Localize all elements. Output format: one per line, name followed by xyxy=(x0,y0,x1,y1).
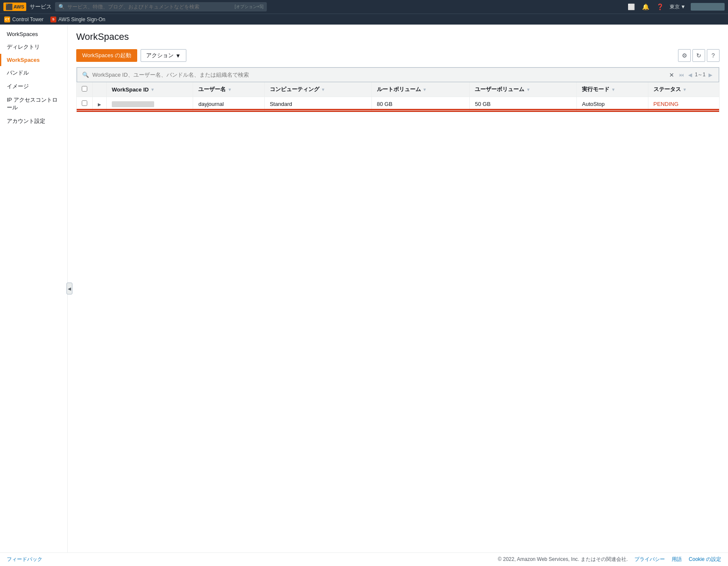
row-run-mode: AutoStop xyxy=(577,97,648,111)
sidebar-item-workspaces-top[interactable]: WorkSpaces xyxy=(0,28,67,40)
table-container: 🔍 ✕ ⏮ ◀ 1～1 ▶ xyxy=(76,67,720,112)
table-row[interactable]: ▶ dayjournal Standard 80 GB 50 GB AutoSt… xyxy=(77,97,719,111)
table-search-bar: 🔍 ✕ ⏮ ◀ 1～1 ▶ xyxy=(77,67,719,82)
account-menu[interactable] xyxy=(691,3,725,11)
nav-right-actions: ⬜ 🔔 ❓ 東京 ▼ xyxy=(626,2,725,11)
support-icon[interactable]: ❓ xyxy=(655,2,664,11)
row-expand-icon[interactable]: ▶ xyxy=(98,102,101,107)
main-content: WorkSpaces WorkSpaces の起動 アクション ▼ ⚙ ↻ ? xyxy=(68,25,728,552)
page-title: WorkSpaces xyxy=(76,31,720,42)
top-navigation: ⬛ AWS サービス 🔍 [オプション+S] ⬜ 🔔 ❓ 東京 ▼ xyxy=(0,0,728,14)
table-search-icon: 🔍 xyxy=(82,72,89,78)
pagination-prev-button[interactable]: ◀ xyxy=(687,72,693,78)
sso-label: AWS Single Sign-On xyxy=(58,17,105,22)
actions-button[interactable]: アクション ▼ xyxy=(141,49,186,62)
root-volume-sort-icon: ▼ xyxy=(423,87,427,92)
status-sort-icon: ▼ xyxy=(683,87,687,92)
row-root-volume: 80 GB xyxy=(371,97,470,111)
row-computing: Standard xyxy=(264,97,371,111)
col-computing[interactable]: コンピューティング ▼ xyxy=(264,82,371,97)
refresh-icon: ↻ xyxy=(696,52,701,59)
settings-button[interactable]: ⚙ xyxy=(678,49,691,62)
settings-icon: ⚙ xyxy=(682,52,687,59)
select-all-header[interactable] xyxy=(77,82,93,97)
actions-label: アクション xyxy=(146,52,174,59)
toolbar: WorkSpaces の起動 アクション ▼ ⚙ ↻ ? xyxy=(76,49,720,62)
pagination-range: 1～1 xyxy=(695,71,706,78)
username-sort-icon: ▼ xyxy=(227,87,232,92)
search-clear-button[interactable]: ✕ xyxy=(669,72,674,78)
region-label: 東京 xyxy=(670,3,680,11)
pagination-info: ⏮ ◀ 1～1 ▶ xyxy=(678,71,714,78)
row-checkbox-cell[interactable] xyxy=(77,97,93,111)
sidebar: ◀ WorkSpaces ディレクトリ WorkSpaces バンドル イメージ… xyxy=(0,25,68,552)
table-search-input[interactable] xyxy=(92,72,666,78)
services-menu[interactable]: サービス xyxy=(30,3,52,11)
col-root-volume[interactable]: ルートボリューム ▼ xyxy=(371,82,470,97)
pagination-first-button[interactable]: ⏮ xyxy=(678,72,685,78)
sidebar-item-image[interactable]: イメージ xyxy=(0,80,67,93)
workspace-id-sort-icon: ▼ xyxy=(150,87,155,92)
user-volume-sort-icon: ▼ xyxy=(526,87,530,92)
pagination-next-button[interactable]: ▶ xyxy=(707,72,714,78)
cloud-shell-icon[interactable]: ⬜ xyxy=(626,2,636,11)
row-user-volume: 50 GB xyxy=(470,97,577,111)
col-workspace-id[interactable]: WorkSpace ID ▼ xyxy=(107,82,193,97)
select-all-checkbox[interactable] xyxy=(82,86,87,92)
col-run-mode[interactable]: 実行モード ▼ xyxy=(577,82,648,97)
aws-logo[interactable]: ⬛ AWS xyxy=(3,3,26,11)
launch-workspaces-button[interactable]: WorkSpaces の起動 xyxy=(76,49,137,62)
status-badge: PENDING xyxy=(653,101,678,107)
sidebar-item-bundle[interactable]: バンドル xyxy=(0,66,67,80)
sso-badge: S xyxy=(50,17,56,22)
col-status[interactable]: ステータス ▼ xyxy=(648,82,719,97)
aws-text: AWS xyxy=(14,4,24,9)
region-chevron-icon: ▼ xyxy=(681,4,686,10)
search-shortcut: [オプション+S] xyxy=(235,4,263,10)
help-button[interactable]: ? xyxy=(707,49,720,62)
global-search-bar[interactable]: 🔍 [オプション+S] xyxy=(55,2,267,11)
workspace-id-blurred xyxy=(112,101,154,107)
refresh-button[interactable]: ↻ xyxy=(692,49,705,62)
control-tower-label: Control Tower xyxy=(12,17,44,22)
workspaces-table: WorkSpace ID ▼ ユーザー名 ▼ コ xyxy=(77,82,719,112)
global-search-input[interactable] xyxy=(67,4,232,10)
search-icon: 🔍 xyxy=(58,4,65,10)
region-selector[interactable]: 東京 ▼ xyxy=(670,3,686,11)
row-expand-cell[interactable]: ▶ xyxy=(93,97,107,111)
second-navigation: CT Control Tower S AWS Single Sign-On xyxy=(0,14,728,25)
help-icon: ? xyxy=(711,52,715,59)
run-mode-sort-icon: ▼ xyxy=(611,87,615,92)
row-checkbox[interactable] xyxy=(82,100,87,106)
row-workspace-id xyxy=(107,97,193,111)
expand-header xyxy=(93,82,107,97)
notifications-icon[interactable]: 🔔 xyxy=(641,2,650,11)
sidebar-item-ip-access[interactable]: IP アクセスコントロール xyxy=(0,93,67,114)
table-header-row: WorkSpace ID ▼ ユーザー名 ▼ コ xyxy=(77,82,719,97)
sidebar-item-directory[interactable]: ディレクトリ xyxy=(0,40,67,54)
row-status: PENDING xyxy=(648,97,719,111)
toolbar-left: WorkSpaces の起動 アクション ▼ xyxy=(76,49,186,62)
computing-sort-icon: ▼ xyxy=(321,87,325,92)
sidebar-item-workspaces-active[interactable]: WorkSpaces xyxy=(0,54,67,66)
main-layout: ◀ WorkSpaces ディレクトリ WorkSpaces バンドル イメージ… xyxy=(0,25,728,552)
aws-cube-icon: ⬛ xyxy=(6,3,13,10)
sidebar-collapse-button[interactable]: ◀ xyxy=(66,283,72,294)
toolbar-right: ⚙ ↻ ? xyxy=(678,49,720,62)
actions-chevron-icon: ▼ xyxy=(175,53,181,59)
col-user-volume[interactable]: ユーザーボリューム ▼ xyxy=(470,82,577,97)
sso-nav[interactable]: S AWS Single Sign-On xyxy=(50,17,105,22)
control-tower-nav[interactable]: CT Control Tower xyxy=(4,17,44,22)
row-username: dayjournal xyxy=(193,97,264,111)
sidebar-item-account-settings[interactable]: アカウント設定 xyxy=(0,114,67,128)
col-username[interactable]: ユーザー名 ▼ xyxy=(193,82,264,97)
control-tower-badge: CT xyxy=(4,17,10,22)
